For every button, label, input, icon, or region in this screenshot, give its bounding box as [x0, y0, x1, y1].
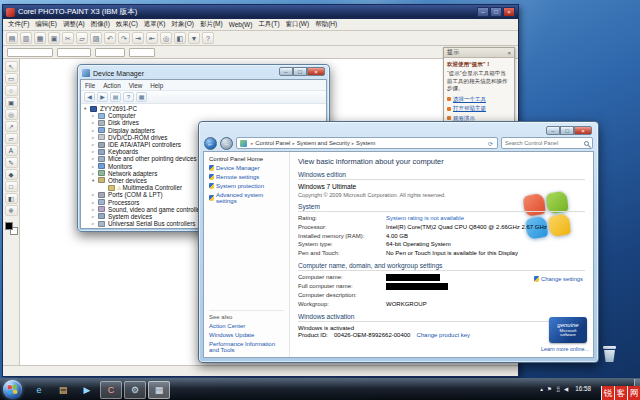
menu-item[interactable]: 文件(F) [8, 20, 29, 29]
menu-item[interactable]: File [85, 82, 95, 89]
menu-item[interactable]: 对象(O) [172, 20, 194, 29]
back-button[interactable]: ← [204, 137, 217, 150]
taskbar-media-player-button[interactable]: ▶ [76, 381, 98, 399]
minimize-button[interactable]: – [477, 7, 489, 17]
sidebar-item-windows-update[interactable]: Windows Update [209, 332, 284, 338]
resolution-select[interactable] [95, 48, 125, 57]
mask-circle-tool-icon[interactable]: ○ [5, 85, 18, 96]
foreground-color-swatch[interactable] [5, 222, 13, 230]
paper-type-select[interactable] [7, 48, 53, 57]
save-icon[interactable]: ▦ [34, 32, 46, 44]
taskbar-clock[interactable]: 16:58 [572, 386, 594, 393]
taskbar-ie-button[interactable]: e [28, 381, 50, 399]
help-icon[interactable]: ? [202, 32, 214, 44]
system-title-bar[interactable]: – □ × [201, 124, 596, 135]
genuine-microsoft-badge[interactable]: genuine Microsoft software [549, 317, 587, 343]
menu-item[interactable]: 遮罩(K) [144, 20, 166, 29]
minimize-button[interactable]: – [546, 126, 560, 135]
zoom-tool-icon[interactable]: ◎ [5, 109, 18, 120]
color-control[interactable] [5, 222, 18, 235]
paste-icon[interactable]: ▨ [90, 32, 102, 44]
maximize-button[interactable]: □ [490, 7, 502, 17]
menu-item[interactable]: Help [150, 82, 163, 89]
text-tool-icon[interactable]: A [5, 145, 18, 156]
units-select[interactable] [129, 48, 155, 57]
effect-tool-icon[interactable]: ◆ [5, 169, 18, 180]
change-product-key-link[interactable]: Change product key [416, 332, 470, 338]
interactive-tool-icon[interactable]: ※ [5, 205, 18, 216]
tree-item[interactable]: ▹ Computer [83, 112, 324, 119]
taskbar-corel-button[interactable]: C [100, 381, 122, 399]
open-icon[interactable]: ▥ [20, 32, 32, 44]
sidebar-item-device-manager[interactable]: Device Manager [209, 165, 284, 171]
hint-link[interactable]: 打开帮助主题 [447, 105, 511, 112]
menu-item[interactable]: 影片(M) [200, 20, 223, 29]
eraser-tool-icon[interactable]: ▱ [5, 133, 18, 144]
refresh-icon[interactable]: ⟳ [487, 140, 494, 147]
breadcrumb-segment[interactable]: ▸ System [350, 140, 376, 146]
fill-tool-icon[interactable]: ◧ [5, 193, 18, 204]
sidebar-item-remote-settings[interactable]: Remote settings [209, 174, 284, 180]
zoom-select-icon[interactable]: ◎ [160, 32, 172, 44]
paper-size-select[interactable] [57, 48, 91, 57]
change-settings-link[interactable]: Change settings [534, 276, 583, 282]
tree-root-computer[interactable]: ▾ ZYY2691-PC [83, 105, 324, 112]
back-icon[interactable]: ◀ [84, 92, 95, 102]
menu-item[interactable]: 图像(I) [91, 20, 110, 29]
maximize-button[interactable]: □ [560, 126, 574, 135]
undo-icon[interactable]: ↶ [104, 32, 116, 44]
close-button[interactable]: × [503, 7, 515, 17]
close-button[interactable]: × [307, 67, 325, 76]
menu-item[interactable]: Web(W) [229, 21, 253, 28]
breadcrumb-segment[interactable]: ▸ System and Security [290, 140, 349, 146]
tray-expand-icon[interactable]: ▴ [540, 386, 543, 392]
forward-button[interactable]: → [220, 137, 233, 150]
palette-icon[interactable]: ▼ [188, 32, 200, 44]
menu-item[interactable]: Action [103, 82, 121, 89]
help-icon[interactable]: ? [123, 92, 134, 102]
shape-tool-icon[interactable]: □ [5, 181, 18, 192]
crop-tool-icon[interactable]: ▣ [5, 97, 18, 108]
pick-tool-icon[interactable]: ↖ [5, 61, 18, 72]
breadcrumb-segment[interactable]: ▸ Control Panel [249, 140, 290, 146]
address-bar[interactable]: ▸ Control Panel ▸ System and Security ▸ … [236, 137, 498, 149]
close-icon[interactable]: × [507, 50, 511, 56]
search-box[interactable] [501, 137, 593, 149]
paint-tool-icon[interactable]: ✎ [5, 157, 18, 168]
menu-item[interactable]: 帮助(H) [315, 20, 337, 29]
search-input[interactable] [505, 140, 584, 146]
minimize-button[interactable]: – [279, 67, 293, 76]
menu-item[interactable]: 编辑(E) [35, 20, 57, 29]
corel-title-bar[interactable]: Corel PHOTO-PAINT X3 (IBM 版本) – □ × [3, 5, 518, 19]
forward-icon[interactable]: ▶ [97, 92, 108, 102]
hints-docker-title-bar[interactable]: 提示 × [444, 48, 514, 58]
new-icon[interactable]: ▤ [6, 32, 18, 44]
taskbar-device-manager-button[interactable]: ⚙ [124, 381, 146, 399]
sidebar-item-control-panel-home[interactable]: Control Panel Home [209, 156, 284, 162]
maximize-button[interactable]: □ [293, 67, 307, 76]
eyedropper-tool-icon[interactable]: ↗ [5, 121, 18, 132]
menu-item[interactable]: 效果(C) [116, 20, 138, 29]
show-window-icon[interactable]: ▤ [110, 92, 121, 102]
menu-item[interactable]: 窗口(W) [286, 20, 309, 29]
menu-item[interactable]: 调整(A) [63, 20, 85, 29]
copy-icon[interactable]: ▱ [76, 32, 88, 44]
volume-icon[interactable]: ◀ [564, 386, 568, 392]
cut-icon[interactable]: ✂ [62, 32, 74, 44]
menu-item[interactable]: 工具(T) [258, 20, 279, 29]
mask-rect-tool-icon[interactable]: ▭ [5, 73, 18, 84]
action-center-icon[interactable]: ⚑ [547, 386, 552, 392]
sidebar-item-advanced-system-settings[interactable]: Advanced system settings [209, 192, 284, 204]
sidebar-item-system-protection[interactable]: System protection [209, 183, 284, 189]
start-button[interactable] [3, 380, 22, 399]
export-icon[interactable]: ⇤ [146, 32, 158, 44]
redo-icon[interactable]: ↷ [118, 32, 130, 44]
sidebar-item-performance-tools[interactable]: Performance Information and Tools [209, 341, 284, 353]
recycle-bin-icon[interactable] [603, 346, 616, 362]
learn-more-link[interactable]: Learn more online... [541, 346, 589, 352]
taskbar-control-panel-button[interactable]: ▦ [148, 381, 170, 399]
network-icon[interactable]: ⣿ [556, 386, 560, 392]
options-icon[interactable]: ◧ [174, 32, 186, 44]
sidebar-item-action-center[interactable]: Action Center [209, 323, 284, 329]
print-icon[interactable]: ▣ [48, 32, 60, 44]
